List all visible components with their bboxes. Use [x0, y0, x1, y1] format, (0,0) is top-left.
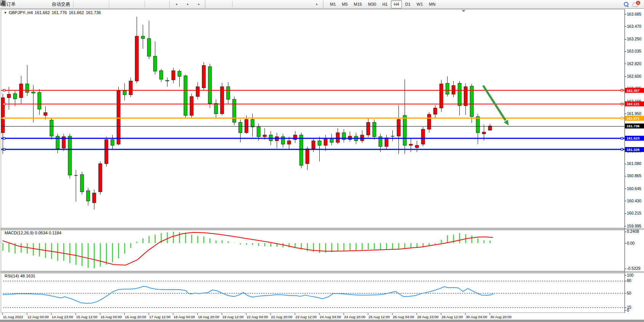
- price-tick-label: 163.470: [627, 24, 641, 29]
- line-chart-button[interactable]: [97, 0, 108, 9]
- tf-button-H4[interactable]: H4: [391, 0, 402, 8]
- chevron-down-icon[interactable]: ▾: [176, 3, 177, 6]
- price-tag-162.357: 162.357: [625, 88, 644, 93]
- zoom-out-button[interactable]: [121, 0, 132, 9]
- rsi-tick-label: 100: [627, 273, 634, 277]
- tf-button-H1[interactable]: H1: [379, 0, 390, 8]
- time-tick-label: 23 Aug 12:00: [295, 315, 317, 319]
- time-tick-label: 26 Aug 04:00: [393, 315, 414, 319]
- market-depth-button[interactable]: [29, 0, 40, 9]
- rsi-tick-label: 80: [627, 278, 631, 283]
- time-tick-label: 14 Aug 23:00: [52, 315, 73, 319]
- trendline-button[interactable]: [256, 0, 267, 9]
- zoom-in-button[interactable]: [110, 0, 121, 9]
- cursor-button[interactable]: [209, 0, 220, 9]
- mt4-window: 新订单自动交易▾▾▾EFAT▾M1M5M15M30H1H4D1W1MN1 163…: [0, 0, 644, 322]
- hline-handle[interactable]: [3, 90, 5, 91]
- chart-high: 161.776: [52, 10, 67, 15]
- svg-text:162.357: 162.357: [626, 88, 639, 93]
- chart-canvas[interactable]: 163.685163.470163.250163.035162.820162.6…: [0, 0, 644, 322]
- tf-button-M1[interactable]: M1: [327, 0, 338, 8]
- hline-handle[interactable]: [621, 103, 623, 105]
- time-tick-label: 29 Aug 12:00: [442, 315, 463, 319]
- hline-handle[interactable]: [621, 138, 623, 139]
- chart-collapse-icon[interactable]: ▼: [4, 11, 7, 14]
- time-tick-label: 18 Aug 20:00: [198, 315, 219, 319]
- price-tick-label: 162.600: [627, 74, 641, 78]
- toolbar-separator: [73, 1, 73, 8]
- chevron-down-icon[interactable]: ▾: [198, 3, 199, 6]
- price-tick-label: 162.820: [627, 61, 641, 66]
- tf-button-M15[interactable]: M15: [351, 0, 365, 8]
- price-tick-label: 160.645: [627, 186, 641, 191]
- fibonacci-button[interactable]: F: [278, 0, 289, 9]
- hline-handle[interactable]: [3, 103, 5, 105]
- time-tick-label: 22 Aug 04:00: [247, 315, 268, 319]
- text-label-button[interactable]: T: [300, 0, 311, 9]
- time-tick-label: 15 Aug 12:00: [76, 315, 97, 319]
- svg-text:162.121: 162.121: [626, 102, 640, 106]
- new-chart-button[interactable]: ▾: [171, 0, 182, 9]
- toolbar-separator: [109, 1, 109, 8]
- text-button[interactable]: A: [289, 0, 300, 9]
- time-tick-label: 18 Aug 04:00: [174, 315, 195, 319]
- channel-button[interactable]: E: [267, 0, 278, 9]
- tf-button-D1[interactable]: D1: [403, 0, 413, 8]
- main-toolbar: 新订单自动交易▾▾▾EFAT▾M1M5M15M30H1H4D1W1MN1: [0, 0, 644, 9]
- svg-text:161.326: 161.326: [626, 147, 639, 152]
- candlestick-chart-button[interactable]: [86, 0, 97, 9]
- chart-close: 161.736: [86, 10, 101, 15]
- horizontal-line-button[interactable]: [245, 0, 256, 9]
- auto-scroll-button[interactable]: [146, 0, 157, 9]
- arrows-button[interactable]: ▾: [311, 0, 322, 9]
- hline-handle[interactable]: [3, 138, 5, 139]
- price-tag-161.523: 161.523: [625, 136, 644, 141]
- rsi-tick-label: 0: [627, 308, 629, 312]
- hline-handle[interactable]: [621, 117, 623, 119]
- crosshair-button[interactable]: [220, 0, 231, 9]
- chart-low: 161.662: [69, 10, 84, 15]
- macd-indicator-label: MACD(12,26,9) 0.0534 0.1184: [5, 231, 61, 235]
- hline-handle[interactable]: [621, 90, 623, 91]
- time-tick-label: 24 Aug 04:00: [320, 315, 341, 319]
- tf-button-M30[interactable]: M30: [365, 0, 379, 8]
- hline-handle[interactable]: [3, 149, 5, 151]
- time-tick-label: 22 Aug 20:00: [271, 315, 292, 319]
- price-tick-label: 161.080: [627, 161, 641, 166]
- price-tag-162.121: 162.121: [625, 101, 644, 106]
- macd-tick-label: 0.2408: [627, 229, 639, 234]
- toolbar-grip[interactable]: [205, 1, 207, 8]
- vertical-line-button[interactable]: [234, 0, 245, 9]
- price-tick-label: 163.685: [627, 12, 641, 16]
- hline-handle[interactable]: [621, 149, 623, 151]
- notification-badge: 1: [636, 1, 640, 5]
- price-tick-label: 160.215: [627, 211, 641, 215]
- periods-button[interactable]: ▾: [182, 0, 193, 9]
- price-tag-161.736: 161.736: [625, 123, 644, 128]
- chart-shift-button[interactable]: [157, 0, 168, 9]
- styler-button[interactable]: [18, 0, 29, 9]
- templates-button[interactable]: ▾: [193, 0, 204, 9]
- bar-chart-button[interactable]: [75, 0, 86, 9]
- time-tick-label: 11 Aug 2022: [3, 315, 23, 319]
- macd-tick-label: -0.5329: [627, 266, 641, 271]
- arrows-icon: [0, 0, 6, 6]
- notifications-icon[interactable]: 1: [633, 2, 639, 7]
- hline-handle[interactable]: [3, 117, 5, 119]
- toolbar-separator: [145, 1, 145, 8]
- chevron-down-icon[interactable]: ▾: [316, 3, 317, 6]
- time-tick-label: 17 Aug 12:00: [149, 315, 171, 319]
- auto-trading-button[interactable]: 自动交易: [51, 0, 72, 9]
- chevron-down-icon[interactable]: ▾: [187, 3, 188, 6]
- signals-button[interactable]: [40, 0, 51, 9]
- chart-title: ▼ GBPJPY-,H4 161.662 161.776 161.662 161…: [4, 10, 101, 15]
- toolbar-grip[interactable]: [323, 1, 325, 8]
- search-icon[interactable]: [624, 2, 629, 7]
- time-tick-label: 19 Aug 12:00: [222, 315, 244, 319]
- price-tick-label: 161.950: [627, 111, 641, 116]
- chart-symbol: GBPJPY-,H4: [9, 10, 33, 15]
- tile-windows-button[interactable]: [132, 0, 143, 9]
- tf-button-M5[interactable]: M5: [339, 0, 350, 8]
- tf-button-MN[interactable]: MN: [426, 0, 438, 8]
- tf-button-W1[interactable]: W1: [414, 0, 426, 8]
